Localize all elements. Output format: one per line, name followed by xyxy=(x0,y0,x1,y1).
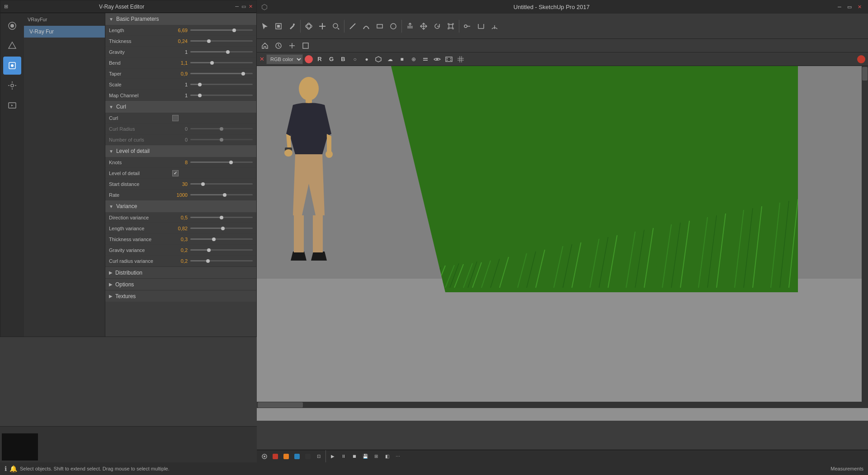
vp-btn-stereo[interactable]: ◧ xyxy=(382,451,392,461)
rgb-btn-red-indicator[interactable] xyxy=(857,55,865,63)
map-channel-value[interactable]: 1 xyxy=(172,93,190,98)
rgb-btn-r[interactable]: R xyxy=(315,54,325,64)
thick-variance-value[interactable]: 0,3 xyxy=(172,237,190,242)
rgb-btn-b[interactable]: B xyxy=(338,54,348,64)
rgb-btn-hex[interactable] xyxy=(373,54,383,64)
tool-circle[interactable] xyxy=(387,20,400,33)
rgb-btn-filled-circle[interactable]: ● xyxy=(362,54,372,64)
dir-variance-slider[interactable] xyxy=(190,217,253,218)
tool-arc[interactable] xyxy=(360,20,373,33)
tab-settings[interactable] xyxy=(3,76,21,95)
tb2-icon2[interactable] xyxy=(272,39,285,52)
asset-list-item[interactable]: V-Ray Fur xyxy=(24,26,105,38)
vp-btn-dark[interactable] xyxy=(303,451,313,461)
vp-btn-settings[interactable] xyxy=(259,451,269,461)
vp-btn-pause[interactable]: ⏸ xyxy=(339,451,349,461)
grav-variance-slider[interactable] xyxy=(190,249,253,251)
tool-tape[interactable] xyxy=(461,20,474,33)
rgb-btn-grid[interactable] xyxy=(456,54,466,64)
scale-slider[interactable] xyxy=(190,84,253,85)
tool-pan[interactable] xyxy=(316,20,329,33)
rate-value[interactable]: 1000 xyxy=(172,192,190,198)
tool-scale[interactable] xyxy=(444,20,457,33)
rgb-btn-film[interactable] xyxy=(444,54,454,64)
restore-button[interactable]: ▭ xyxy=(241,4,246,10)
vp-btn-orange[interactable] xyxy=(281,451,291,461)
tool-paint[interactable] xyxy=(286,20,298,33)
close-rgb-btn[interactable]: ✕ xyxy=(259,56,264,62)
tab-lights[interactable] xyxy=(3,17,21,35)
gravity-slider[interactable] xyxy=(190,51,253,52)
tool-zoom[interactable] xyxy=(330,20,342,33)
section-distribution[interactable]: ▶ Distribution xyxy=(105,266,256,278)
rgb-btn-cloud[interactable]: ☁ xyxy=(385,54,395,64)
section-textures[interactable]: ▶ Textures xyxy=(105,290,256,302)
rgb-color-btn[interactable] xyxy=(305,55,313,63)
rgb-btn-eye[interactable] xyxy=(432,54,442,64)
vp-btn-blue[interactable] xyxy=(292,451,302,461)
scrollbar-thumb-bottom[interactable] xyxy=(258,402,303,408)
tool-rectangle[interactable] xyxy=(373,20,386,33)
thick-variance-slider[interactable] xyxy=(190,238,253,240)
tb2-icon3[interactable] xyxy=(286,39,298,52)
vp-btn-render[interactable]: ▶ xyxy=(328,451,338,461)
color-mode-select[interactable]: RGB color xyxy=(266,54,303,64)
length-slider[interactable] xyxy=(190,29,253,31)
bend-value[interactable]: 1,1 xyxy=(172,60,190,66)
viewport-scrollbar-right[interactable] xyxy=(862,66,868,408)
taper-slider[interactable] xyxy=(190,73,253,74)
rgb-btn-layers[interactable] xyxy=(420,54,430,64)
start-distance-value[interactable]: 30 xyxy=(172,181,190,187)
sk-close-btn[interactable]: ✕ xyxy=(855,3,863,11)
scrollbar-thumb-right[interactable] xyxy=(862,67,868,81)
rgb-btn-crosshair[interactable]: ⊕ xyxy=(409,54,419,64)
tab-geometry[interactable] xyxy=(3,37,21,55)
vp-btn-more[interactable]: ⋯ xyxy=(393,451,403,461)
lod-checkbox[interactable] xyxy=(172,170,179,176)
rgb-btn-circle[interactable]: ○ xyxy=(350,54,360,64)
tool-line[interactable] xyxy=(346,20,359,33)
tool-protractor[interactable] xyxy=(488,20,501,33)
tool-push-pull[interactable] xyxy=(404,20,416,33)
section-variance[interactable]: ▼ Variance xyxy=(105,200,256,212)
len-variance-value[interactable]: 0,82 xyxy=(172,226,190,231)
knots-value[interactable]: 8 xyxy=(172,160,190,165)
tb2-icon4[interactable] xyxy=(299,39,312,52)
section-basic-parameters[interactable]: ▼ Basic Parameters xyxy=(105,13,256,25)
grav-variance-value[interactable]: 0,2 xyxy=(172,247,190,253)
sk-minimize-btn[interactable]: ─ xyxy=(835,3,844,11)
tool-make-component[interactable] xyxy=(272,20,285,33)
tb2-icon1[interactable] xyxy=(259,39,271,52)
thickness-value[interactable]: 0,24 xyxy=(172,38,190,44)
section-options[interactable]: ▶ Options xyxy=(105,278,256,290)
taper-value[interactable]: 0,9 xyxy=(172,71,190,76)
rgb-btn-g[interactable]: G xyxy=(326,54,336,64)
tool-dimension[interactable] xyxy=(475,20,487,33)
tool-rotate[interactable] xyxy=(431,20,443,33)
vp-btn-region[interactable]: ⊞ xyxy=(371,451,381,461)
close-button[interactable]: ✕ xyxy=(249,4,253,10)
vp-btn-red[interactable] xyxy=(270,451,280,461)
knots-slider[interactable] xyxy=(190,162,253,163)
section-lod[interactable]: ▼ Level of detail xyxy=(105,145,256,157)
curl-rad-variance-slider[interactable] xyxy=(190,260,253,261)
thickness-slider[interactable] xyxy=(190,40,253,42)
minimize-button[interactable]: ─ xyxy=(235,4,239,10)
gravity-value[interactable]: 1 xyxy=(172,49,190,55)
tool-move[interactable] xyxy=(417,20,430,33)
section-curl[interactable]: ▼ Curl xyxy=(105,101,256,113)
length-value[interactable]: 6,69 xyxy=(172,28,190,33)
tool-orbit[interactable] xyxy=(302,20,315,33)
rate-slider[interactable] xyxy=(190,194,253,195)
start-distance-slider[interactable] xyxy=(190,183,253,185)
scale-value[interactable]: 1 xyxy=(172,82,190,87)
curl-checkbox[interactable] xyxy=(172,115,179,121)
tab-materials[interactable] xyxy=(3,57,21,75)
sk-restore-btn[interactable]: ▭ xyxy=(845,3,854,11)
tool-select[interactable] xyxy=(259,20,271,33)
vp-btn-clear[interactable]: ⊡ xyxy=(314,451,324,461)
dir-variance-value[interactable]: 0,5 xyxy=(172,215,190,220)
vp-btn-stop[interactable]: ⏹ xyxy=(349,451,359,461)
tab-render[interactable] xyxy=(3,96,21,114)
curl-rad-variance-value[interactable]: 0,2 xyxy=(172,258,190,264)
